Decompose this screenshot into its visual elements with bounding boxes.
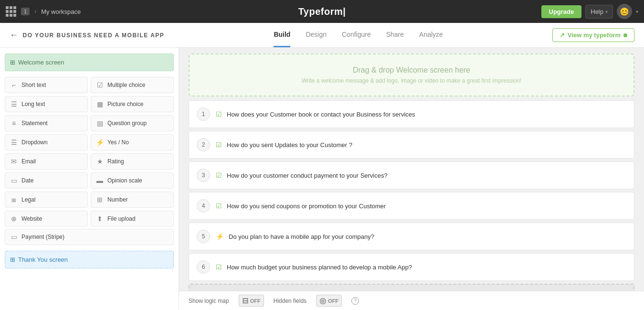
nav-tabs: Build Design Configure Share Analyze (274, 23, 443, 47)
nav-chevron-icon: › (34, 8, 36, 15)
question-type-icon: ☑ (216, 202, 222, 210)
welcome-drop-zone[interactable]: Drag & drop Welcome screen here Write a … (189, 53, 634, 96)
thank-screen-icon: ⊞ (10, 256, 15, 263)
welcome-screen-icon: ⊞ (10, 59, 15, 66)
logic-map-label: Show logic map (189, 298, 229, 304)
table-row[interactable]: 4 ☑ How do you send coupons or promotion… (189, 192, 634, 220)
question-number: 2 (197, 138, 210, 151)
help-chevron-icon: ▾ (605, 9, 608, 14)
question-type-icon: ☑ (216, 141, 222, 149)
welcome-drop-subtitle: Write a welcome message & add logo, imag… (201, 77, 622, 84)
sidebar-item-file-upload[interactable]: ⬆ File upload (91, 211, 174, 227)
tab-share[interactable]: Share (386, 23, 404, 47)
date-icon: ▭ (10, 177, 18, 184)
question-number: 4 (197, 199, 210, 213)
sidebar-item-date[interactable]: ▭ Date (5, 172, 88, 189)
email-icon: ✉ (10, 158, 18, 165)
table-row[interactable]: 3 ☑ How do your customer conduct payment… (189, 161, 634, 189)
upgrade-button[interactable]: Upgrade (541, 5, 582, 18)
sidebar-item-number[interactable]: ⊞ Number (91, 192, 174, 208)
tab-configure[interactable]: Configure (342, 23, 371, 47)
hidden-fields-label: Hidden fields (274, 298, 306, 304)
question-type-icon: ⚡ (216, 233, 224, 240)
thank-you-screen-button[interactable]: ⊞ Thank You screen (5, 251, 174, 268)
sidebar: ⊞ Welcome screen ⌐ Short text ☑ Multiple… (0, 48, 179, 310)
file-upload-icon: ⬆ (96, 215, 104, 223)
question-text: How much budget your business planned to… (227, 264, 626, 271)
payment-icon: ▭ (10, 233, 18, 241)
sidebar-item-rating[interactable]: ★ Rating (91, 153, 174, 170)
hidden-fields-toggle[interactable]: ◎ OFF (316, 295, 342, 307)
secondary-navigation: ← DO YOUR BUSINESS NEED A MOBILE APP Bui… (0, 23, 644, 48)
question-text: Do you plan to have a mobile app for you… (229, 233, 626, 240)
sidebar-item-statement[interactable]: ≡ Statement (5, 115, 88, 131)
sidebar-item-picture-choice[interactable]: ▦ Picture choice (91, 96, 174, 112)
form-builder-content: Drag & drop Welcome screen here Write a … (179, 48, 644, 310)
yes-no-icon: ⚡ (96, 139, 104, 146)
statement-icon: ≡ (10, 119, 18, 127)
welcome-screen-button[interactable]: ⊞ Welcome screen (5, 53, 174, 71)
question-text: How do you send coupons or promotion to … (227, 203, 626, 210)
back-button[interactable]: ← DO YOUR BUSINESS NEED A MOBILE APP (10, 30, 164, 40)
view-typeform-button[interactable]: ↗ View my typeform (552, 28, 634, 42)
avatar-button[interactable]: 😊 (617, 4, 632, 19)
bottom-toolbar: Show logic map ⊟ OFF Hidden fields ◎ OFF… (179, 291, 644, 310)
hidden-fields-icon: ◎ (319, 296, 326, 305)
table-row[interactable]: 6 ☑ How much budget your business planne… (189, 253, 634, 281)
sidebar-item-long-text[interactable]: ☰ Long text (5, 96, 88, 112)
opinion-scale-icon: ▬ (96, 177, 104, 184)
dropdown-icon: ☰ (10, 139, 18, 146)
question-text: How do your customer conduct payment to … (227, 172, 626, 179)
workspace-label[interactable]: My workspace (41, 8, 81, 15)
sidebar-item-legal[interactable]: ≣ Legal (5, 192, 88, 208)
number-icon: ⊞ (96, 196, 104, 203)
sidebar-item-question-group[interactable]: ▤ Question group (91, 115, 174, 131)
question-number: 3 (197, 169, 210, 182)
live-indicator-dot (623, 33, 627, 37)
tab-analyze[interactable]: Analyze (419, 23, 443, 47)
question-type-icon: ☑ (216, 110, 222, 118)
sidebar-item-yes-no[interactable]: ⚡ Yes / No (91, 134, 174, 150)
avatar-chevron-icon: ▾ (636, 9, 638, 14)
tab-design[interactable]: Design (306, 23, 327, 47)
question-text: How do you sent Updates to your Customer… (227, 141, 626, 149)
sidebar-items-grid: ⌐ Short text ☑ Multiple choice ☰ Long te… (0, 75, 179, 229)
questions-list: 1 ☑ How does your Customer book or conta… (179, 100, 644, 281)
help-button[interactable]: Help ▾ (585, 5, 613, 19)
table-row[interactable]: 1 ☑ How does your Customer book or conta… (189, 100, 634, 128)
long-text-icon: ☰ (10, 100, 18, 108)
app-title: Typeform| (298, 6, 346, 17)
logic-map-toggle[interactable]: ⊟ OFF (239, 295, 264, 307)
question-text: How does your Customer book or contact y… (227, 111, 626, 118)
sidebar-item-email[interactable]: ✉ Email (5, 153, 88, 170)
sidebar-item-dropdown[interactable]: ☰ Dropdown (5, 134, 88, 150)
question-number: 5 (197, 230, 210, 243)
toggle-icon: ⊟ (242, 296, 248, 305)
question-type-icon: ☑ (216, 171, 222, 179)
picture-choice-icon: ▦ (96, 100, 104, 108)
sidebar-item-website[interactable]: ⊕ Website (5, 211, 88, 227)
sidebar-item-short-text[interactable]: ⌐ Short text (5, 77, 88, 93)
back-arrow-icon: ← (10, 30, 19, 40)
grid-menu-icon[interactable] (6, 6, 16, 17)
help-icon[interactable]: ? (351, 297, 359, 305)
nav-left: 1 › My workspace (6, 6, 81, 17)
question-number: 1 (197, 107, 210, 121)
sidebar-item-payment[interactable]: ▭ Payment (Stripe) (5, 229, 174, 245)
multiple-choice-icon: ☑ (96, 81, 104, 89)
nav-badge: 1 (21, 8, 30, 15)
welcome-drop-title: Drag & drop Welcome screen here (201, 66, 622, 75)
tab-build[interactable]: Build (274, 23, 290, 47)
main-layout: ⊞ Welcome screen ⌐ Short text ☑ Multiple… (0, 48, 644, 310)
sidebar-item-multiple-choice[interactable]: ☑ Multiple choice (91, 77, 174, 93)
nav-right: Upgrade Help ▾ 😊 ▾ (541, 4, 638, 19)
website-icon: ⊕ (10, 215, 18, 223)
sidebar-item-opinion-scale[interactable]: ▬ Opinion scale (91, 172, 174, 189)
question-group-icon: ▤ (96, 119, 104, 127)
table-row[interactable]: 5 ⚡ Do you plan to have a mobile app for… (189, 223, 634, 250)
external-link-icon: ↗ (560, 32, 565, 39)
short-text-icon: ⌐ (10, 81, 18, 89)
table-row[interactable]: 2 ☑ How do you sent Updates to your Cust… (189, 131, 634, 159)
question-type-icon: ☑ (216, 263, 222, 271)
top-navigation: 1 › My workspace Typeform| Upgrade Help … (0, 0, 644, 23)
